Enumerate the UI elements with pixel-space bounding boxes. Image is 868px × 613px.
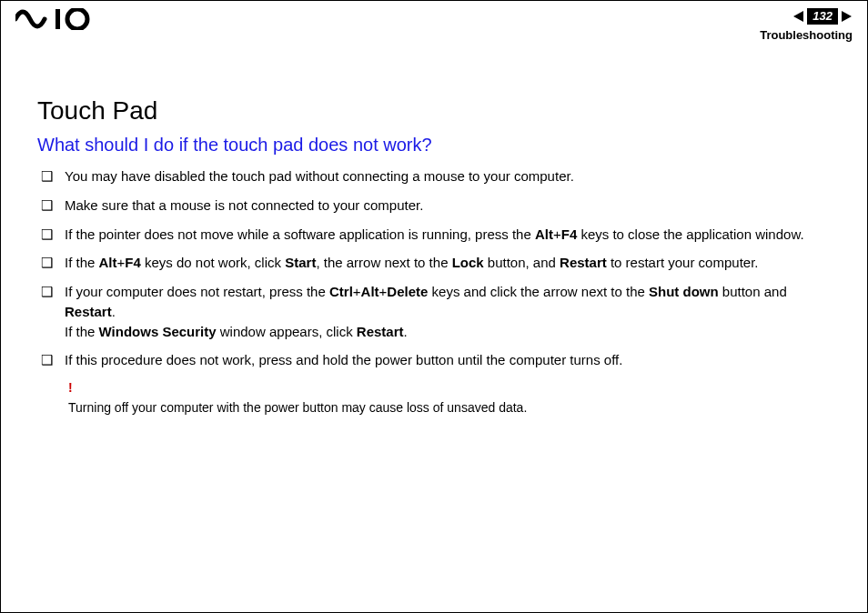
next-page-button[interactable]	[840, 10, 853, 23]
svg-marker-2	[793, 11, 803, 22]
svg-rect-0	[56, 9, 60, 29]
warning-note: ! Turning off your computer with the pow…	[37, 379, 838, 417]
header-right: 132 Troubleshooting	[725, 8, 853, 42]
page-navigator: 132	[792, 8, 853, 25]
warning-icon: !	[68, 379, 838, 397]
question-heading: What should I do if the touch pad does n…	[37, 135, 838, 156]
svg-marker-3	[842, 11, 852, 22]
page-title: Touch Pad	[37, 96, 838, 126]
vaio-logo	[15, 8, 116, 30]
troubleshooting-list: You may have disabled the touch pad with…	[37, 166, 838, 370]
page-content: Touch Pad What should I do if the touch …	[1, 42, 867, 417]
page-number: 132	[807, 8, 838, 25]
svg-point-1	[67, 9, 87, 29]
list-item: If your computer does not restart, press…	[37, 282, 838, 341]
prev-page-button[interactable]	[792, 10, 805, 23]
warning-text: Turning off your computer with the power…	[68, 400, 527, 415]
page-header: 132 Troubleshooting	[1, 1, 867, 42]
list-item: If the pointer does not move while a sof…	[37, 225, 838, 245]
document-page: 132 Troubleshooting Touch Pad What shoul…	[0, 0, 868, 613]
list-item: You may have disabled the touch pad with…	[37, 166, 838, 186]
list-item: Make sure that a mouse is not connected …	[37, 196, 838, 216]
list-item: If this procedure does not work, press a…	[37, 350, 838, 370]
section-link[interactable]: Troubleshooting	[725, 28, 853, 42]
list-item: If the Alt+F4 keys do not work, click St…	[37, 253, 838, 273]
